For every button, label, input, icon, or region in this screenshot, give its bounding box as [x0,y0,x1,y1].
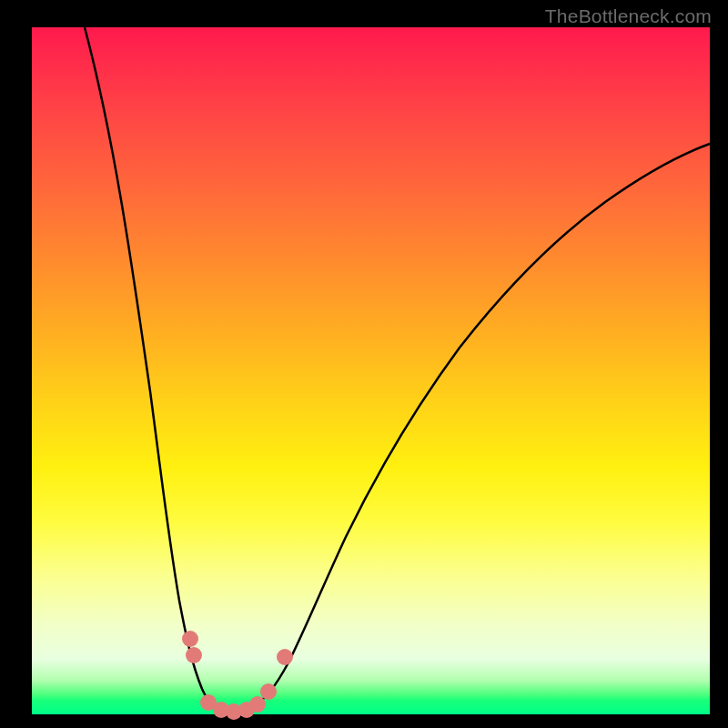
marker-dot [186,647,202,663]
marker-dot [249,696,266,713]
marker-dot [260,683,277,700]
plot-area [32,27,710,714]
bottleneck-curve [32,27,710,714]
curve-left-branch [85,27,217,710]
watermark-text: TheBottleneck.com [545,5,712,27]
curve-right-branch [217,144,710,712]
marker-group [182,631,293,720]
marker-dot [277,649,293,665]
chart-frame: TheBottleneck.com [0,0,728,728]
marker-dot [182,631,198,647]
